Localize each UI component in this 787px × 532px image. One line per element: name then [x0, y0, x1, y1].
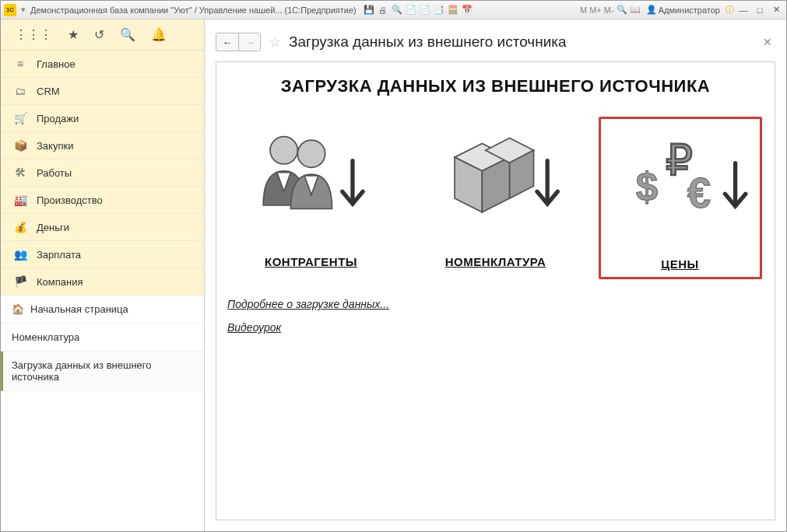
dropdown-icon[interactable]: ▾: [21, 5, 26, 15]
home-icon: 🏠: [12, 303, 24, 315]
sidebar-tools: ⋮⋮⋮ ★ ↺ 🔍 🔔: [1, 19, 204, 51]
card-counterparties[interactable]: КОНТРАГЕНТЫ: [230, 117, 393, 279]
menu-icon: ≡: [13, 58, 27, 70]
nav-salary[interactable]: 👥Зарплата: [1, 241, 204, 268]
minimize-icon[interactable]: —: [736, 4, 750, 16]
card-prices[interactable]: $ ₽ € ЦЕНЫ: [599, 117, 762, 279]
open-page-nomenclature[interactable]: Номенклатура: [1, 324, 204, 352]
nav-money[interactable]: 💰Деньги: [1, 214, 204, 241]
card-nomenclature[interactable]: НОМЕНКЛАТУРА: [414, 117, 578, 279]
user-label[interactable]: 👤 Администратор: [646, 5, 720, 15]
crm-icon: 🗂: [13, 85, 27, 97]
app-logo-icon: 1C: [4, 4, 16, 16]
nav-buttons: ← →: [216, 33, 261, 51]
maximize-icon[interactable]: □: [753, 4, 767, 16]
forward-button[interactable]: →: [238, 33, 260, 51]
flag-icon: 🏴: [13, 275, 27, 288]
svg-point-0: [270, 137, 297, 164]
nav-label: Закупки: [37, 140, 73, 152]
admin-name: Администратор: [659, 5, 720, 15]
open-page-label: Загрузка данных из внешнего источника: [12, 359, 193, 383]
compare-icon[interactable]: 📑: [433, 4, 445, 16]
doc1-icon[interactable]: 📄: [405, 4, 417, 16]
open-page-label: Номенклатура: [12, 331, 79, 343]
close-page-icon[interactable]: ✕: [760, 33, 775, 51]
memory-mminus-icon[interactable]: M-: [604, 5, 614, 15]
memory-mplus-icon[interactable]: M+: [589, 5, 602, 15]
open-page-label: Начальная страница: [30, 303, 128, 315]
window-title: Демонстрационная база компании "Уют" / У…: [30, 5, 357, 15]
nav-label: Зарплата: [37, 249, 81, 261]
people-icon: 👥: [13, 248, 27, 261]
memory-m-icon[interactable]: M: [580, 5, 587, 15]
toolbar-icons: 💾 🖨 🔍 📄 📄 📑 🧮 📅: [363, 4, 473, 16]
factory-icon: 🏭: [13, 194, 27, 206]
nav-company[interactable]: 🏴Компания: [1, 268, 204, 296]
history-icon[interactable]: ↺: [94, 27, 104, 42]
boxes-download-icon: [426, 123, 566, 240]
back-button[interactable]: ←: [216, 33, 238, 51]
nav-label: Деньги: [37, 222, 69, 233]
tools-icon: 🛠: [13, 166, 27, 179]
nav-label: Главное: [37, 58, 76, 70]
svg-text:€: €: [687, 169, 710, 217]
link-more[interactable]: Подробнее о загрузке данных...: [227, 298, 764, 310]
calc-icon[interactable]: 🧮: [447, 4, 459, 16]
sidebar: ⋮⋮⋮ ★ ↺ 🔍 🔔 ≡Главное 🗂CRM 🛒Продажи 📦Заку…: [1, 19, 205, 531]
open-pages: 🏠Начальная страница Номенклатура Загрузк…: [1, 296, 204, 531]
nav-label: Компания: [37, 276, 83, 288]
favorites-icon[interactable]: ★: [68, 27, 79, 42]
card-row: КОНТРАГЕНТЫ: [223, 117, 768, 279]
page-title: Загрузка данных из внешнего источника: [289, 33, 567, 51]
card-label: КОНТРАГЕНТЫ: [265, 255, 357, 268]
content-area: ← → ☆ Загрузка данных из внешнего источн…: [205, 19, 786, 531]
print-icon[interactable]: 🖨: [377, 4, 389, 16]
apps-icon[interactable]: ⋮⋮⋮: [15, 27, 52, 42]
notifications-icon[interactable]: 🔔: [151, 27, 167, 42]
open-page-home[interactable]: 🏠Начальная страница: [1, 296, 204, 324]
help-links: Подробнее о загрузке данных... Видеоурок: [223, 298, 768, 334]
nav-works[interactable]: 🛠Работы: [1, 159, 204, 187]
box-icon: 📦: [13, 139, 27, 152]
favorite-star-icon[interactable]: ☆: [269, 33, 281, 51]
money-icon: 💰: [13, 221, 27, 233]
nav-sales[interactable]: 🛒Продажи: [1, 105, 204, 132]
calendar-icon[interactable]: 📅: [461, 4, 473, 16]
nav-label: Продажи: [37, 113, 79, 124]
nav-list: ≡Главное 🗂CRM 🛒Продажи 📦Закупки 🛠Работы …: [1, 51, 204, 296]
save-icon[interactable]: 💾: [363, 4, 375, 16]
tool-icon[interactable]: 🔍: [617, 5, 627, 15]
svg-point-1: [297, 140, 325, 167]
titlebar-right: M M+ M- 🔍 📖 👤 Администратор ⓘ — □ ✕: [580, 4, 783, 16]
info-icon[interactable]: ⓘ: [726, 4, 734, 16]
nav-label: Производство: [37, 194, 103, 206]
people-download-icon: [241, 123, 381, 240]
big-title: ЗАГРУЗКА ДАННЫХ ИЗ ВНЕШНЕГО ИСТОЧНИКА: [223, 76, 768, 96]
nav-production[interactable]: 🏭Производство: [1, 187, 204, 214]
nav-purchases[interactable]: 📦Закупки: [1, 132, 204, 159]
close-window-icon[interactable]: ✕: [769, 4, 783, 16]
card-label: ЦЕНЫ: [661, 257, 698, 271]
search-icon[interactable]: 🔍: [120, 27, 135, 42]
open-page-import[interactable]: Загрузка данных из внешнего источника: [1, 352, 204, 391]
content-header: ← → ☆ Загрузка данных из внешнего источн…: [216, 27, 775, 57]
cart-icon: 🛒: [13, 112, 27, 124]
nav-label: CRM: [37, 86, 60, 97]
content-body: ЗАГРУЗКА ДАННЫХ ИЗ ВНЕШНЕГО ИСТОЧНИКА: [216, 61, 775, 520]
doc2-icon[interactable]: 📄: [419, 4, 431, 16]
currency-download-icon: $ ₽ €: [610, 125, 750, 242]
nav-label: Работы: [37, 167, 72, 179]
nav-crm[interactable]: 🗂CRM: [1, 78, 204, 105]
link-video[interactable]: Видеоурок: [227, 321, 764, 334]
book-icon[interactable]: 📖: [630, 5, 641, 15]
app-window: 1C ▾ Демонстрационная база компании "Уют…: [0, 0, 787, 532]
preview-icon[interactable]: 🔍: [391, 4, 403, 16]
svg-text:$: $: [635, 165, 657, 209]
card-label: НОМЕНКЛАТУРА: [445, 255, 546, 268]
titlebar: 1C ▾ Демонстрационная база компании "Уют…: [1, 1, 786, 19]
nav-main[interactable]: ≡Главное: [1, 51, 204, 78]
